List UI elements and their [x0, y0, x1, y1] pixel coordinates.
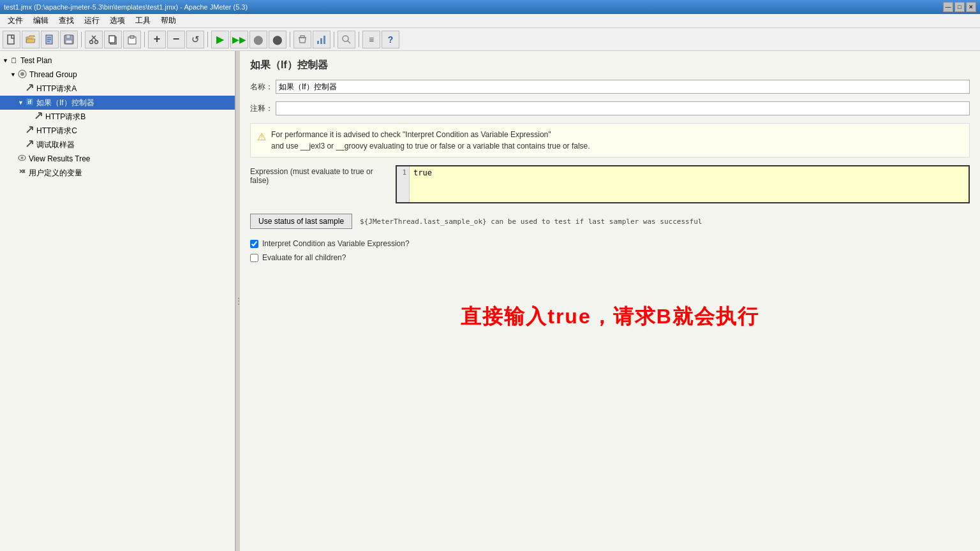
- menu-edit[interactable]: 编辑: [28, 14, 54, 27]
- minimize-button[interactable]: —: [943, 2, 953, 12]
- tree-item-test-plan[interactable]: ▼ 🗒 Test Plan: [0, 54, 235, 68]
- if-controller-icon: if: [26, 98, 34, 108]
- content-panel: 如果（If）控制器 名称： 注释： ⚠ For performance it i…: [240, 51, 980, 551]
- separator-2: [144, 32, 145, 47]
- separator-3: [207, 32, 208, 47]
- tree-item-view-results-tree[interactable]: View Results Tree: [0, 152, 235, 166]
- debug-icon: [26, 140, 34, 150]
- warning-text: For performance it is advised to check "…: [271, 129, 590, 152]
- recent-button[interactable]: [41, 31, 59, 48]
- button-row: Use status of last sample ${JMeterThread…: [240, 211, 980, 231]
- cut-button[interactable]: [85, 31, 103, 48]
- comment-input[interactable]: [276, 101, 970, 115]
- open-button[interactable]: [22, 31, 40, 48]
- svg-rect-21: [320, 38, 322, 44]
- tree-label-user-vars: 用户定义的变量: [29, 168, 82, 179]
- name-input[interactable]: [276, 80, 970, 94]
- use-status-button[interactable]: Use status of last sample: [250, 214, 352, 229]
- window-title: test1.jmx (D:\apache-jmeter-5.3\bin\temp…: [4, 3, 248, 11]
- new-button[interactable]: [3, 31, 20, 48]
- add-button[interactable]: +: [148, 31, 166, 48]
- separator-6: [359, 32, 359, 47]
- refresh-button[interactable]: ↺: [186, 31, 204, 48]
- menu-help[interactable]: 帮助: [156, 14, 181, 27]
- save-button[interactable]: [60, 31, 78, 48]
- hint-code: ${JMeterThread.last_sample_ok} can be us…: [360, 217, 702, 226]
- svg-rect-22: [323, 36, 325, 44]
- menu-options[interactable]: 选项: [105, 14, 130, 27]
- tree-label-thread-group: Thread Group: [29, 70, 77, 79]
- maximize-button[interactable]: □: [954, 2, 965, 12]
- evaluate-all-children-checkbox[interactable]: [250, 254, 258, 262]
- name-row: 名称：: [240, 77, 980, 96]
- expression-row: Expression (must evaluate to true or fal…: [240, 163, 980, 206]
- tree-label-http-c: HTTP请求C: [36, 126, 77, 136]
- warning-line1: For performance it is advised to check "…: [271, 130, 551, 139]
- menu-tools[interactable]: 工具: [130, 14, 156, 27]
- stop-button[interactable]: ⬤: [249, 31, 267, 48]
- thread-group-icon: [18, 70, 27, 80]
- tree-item-if-controller[interactable]: ▼ if 如果（If）控制器: [0, 96, 235, 110]
- warning-box: ⚠ For performance it is advised to check…: [250, 123, 970, 158]
- tree-label-http-a: HTTP请求A: [36, 84, 77, 94]
- svg-rect-20: [317, 41, 319, 44]
- expression-editor[interactable]: 1 true: [396, 165, 970, 203]
- menu-run[interactable]: 运行: [79, 14, 105, 27]
- menu-bar: 文件 编辑 查找 运行 选项 工具 帮助: [0, 14, 980, 28]
- stop-now-button[interactable]: ⬤: [269, 31, 286, 48]
- separator-4: [290, 32, 290, 47]
- toolbar: + − ↺ ▶ ▶▶ ⬤ ⬤ ≡ ?: [0, 28, 980, 51]
- tree-panel: ▼ 🗒 Test Plan ▼ Thread Group HTTP请求A ▼ i…: [0, 51, 236, 551]
- menu-find[interactable]: 查找: [54, 14, 79, 27]
- checkbox-row-2: Evaluate for all children?: [240, 251, 980, 265]
- line-number-1: 1: [399, 168, 406, 177]
- warning-icon: ⚠: [257, 129, 266, 145]
- tree-item-user-vars[interactable]: 用户定义的变量: [0, 166, 235, 180]
- svg-rect-15: [109, 36, 115, 43]
- svg-line-27: [27, 85, 33, 91]
- copy-button[interactable]: [104, 31, 122, 48]
- tree-item-http-c[interactable]: HTTP请求C: [0, 124, 235, 138]
- tree-label-view-results-tree: View Results Tree: [29, 154, 91, 163]
- window-controls: — □ ✕: [943, 2, 976, 12]
- user-vars-icon: [18, 168, 26, 178]
- paste-button[interactable]: [123, 31, 141, 48]
- tree-arrow: ▼: [18, 99, 26, 106]
- report-button[interactable]: [313, 31, 330, 48]
- svg-line-12: [91, 40, 92, 41]
- tree-arrow: ▼: [3, 57, 10, 64]
- tree-label-test-plan: Test Plan: [20, 56, 52, 65]
- tree-item-debug-sampler[interactable]: 调试取样器: [0, 138, 235, 152]
- run-button[interactable]: ▶: [211, 31, 229, 48]
- http-b-icon: [34, 112, 43, 122]
- interpret-condition-label[interactable]: Interpret Condition as Variable Expressi…: [262, 239, 410, 248]
- comment-label: 注释：: [250, 103, 276, 114]
- menu-file[interactable]: 文件: [3, 14, 28, 27]
- test-plan-icon: 🗒: [10, 56, 18, 65]
- evaluate-all-children-label[interactable]: Evaluate for all children?: [262, 253, 346, 262]
- http-c-icon: [26, 126, 34, 136]
- tree-item-http-a[interactable]: HTTP请求A: [0, 82, 235, 96]
- code-area[interactable]: true: [410, 166, 969, 202]
- close-button[interactable]: ✕: [966, 2, 976, 12]
- svg-point-42: [21, 157, 24, 159]
- grid-button[interactable]: ≡: [362, 31, 380, 48]
- line-numbers: 1: [397, 166, 410, 202]
- clear-button[interactable]: [293, 31, 311, 48]
- tree-item-http-b[interactable]: HTTP请求B: [0, 110, 235, 124]
- tree-label-debug-sampler: 调试取样器: [36, 140, 75, 151]
- svg-rect-19: [301, 36, 304, 38]
- svg-line-13: [96, 40, 96, 41]
- remove-button[interactable]: −: [167, 31, 185, 48]
- interpret-condition-checkbox[interactable]: [250, 240, 258, 248]
- search-button[interactable]: [338, 31, 355, 48]
- help-icon-button[interactable]: ?: [382, 31, 399, 48]
- run-no-pause-button[interactable]: ▶▶: [230, 31, 248, 48]
- svg-line-35: [27, 127, 33, 133]
- tree-item-thread-group[interactable]: ▼ Thread Group: [0, 68, 235, 82]
- svg-line-24: [348, 41, 350, 43]
- svg-rect-17: [130, 36, 134, 38]
- tree-label-if-controller: 如果（If）控制器: [36, 98, 94, 108]
- comment-row: 注释：: [240, 99, 980, 118]
- panel-title: 如果（If）控制器: [240, 51, 980, 77]
